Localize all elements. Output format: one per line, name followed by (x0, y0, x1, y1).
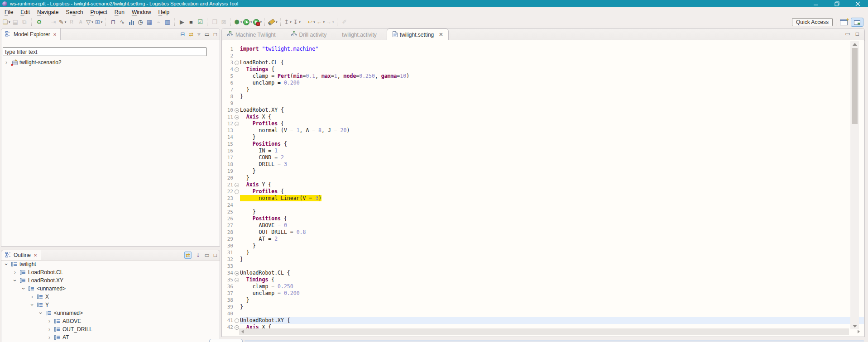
close-window-button[interactable]: ⊠ (220, 18, 228, 26)
back-button[interactable]: ←▾ (317, 18, 325, 26)
code-line[interactable]: 23 normal Linear(V = 3) (222, 195, 864, 202)
chevron-collapsed-icon[interactable]: › (13, 270, 17, 275)
collapse-fold-icon[interactable] (235, 122, 239, 126)
code-editor[interactable]: 1import "twilight.machine"2 3LoadRobot.C… (222, 40, 864, 336)
collapse-fold-icon[interactable] (235, 190, 239, 194)
code-line[interactable]: 5 clamp = Pert(min=0.1, max=1, mode=0.25… (222, 73, 864, 80)
signal-chart-button[interactable]: ∿ (118, 18, 126, 26)
restore-button[interactable] (826, 0, 847, 7)
code-line[interactable]: 38 } (222, 297, 864, 304)
menu-project[interactable]: Project (86, 8, 110, 17)
link-with-editor-button[interactable]: ⇄ (184, 252, 192, 259)
tree-item--unnamed-[interactable]: ›<unnamed> (1, 309, 220, 317)
code-line[interactable]: 8} (222, 93, 864, 100)
open-perspective-button[interactable] (840, 19, 848, 25)
stop-button[interactable]: ■ (187, 18, 195, 26)
code-line[interactable]: 15 Positions { (222, 141, 864, 147)
code-line[interactable]: 11 Axis X { (222, 114, 864, 120)
chevron-expanded-icon[interactable]: › (38, 311, 43, 315)
fold-marker[interactable] (233, 66, 240, 73)
fold-marker[interactable] (233, 59, 240, 66)
code-line[interactable]: 31 } (222, 249, 864, 256)
tree-item-loadrobot-xy[interactable]: ›LoadRobot.XY (1, 276, 220, 285)
view-menu-button[interactable]: ▽ (197, 31, 200, 38)
fold-marker[interactable] (233, 114, 240, 120)
collapse-fold-icon[interactable] (235, 183, 239, 187)
code-line[interactable]: 37 unclamp = 0.200 (222, 290, 864, 297)
code-line[interactable]: 13 normal (V = 1, A = 8, J = 20) (222, 127, 864, 134)
code-line[interactable]: 3LoadRobot.CL { (222, 59, 864, 66)
code-line[interactable]: 2 (222, 52, 864, 59)
collapse-fold-icon[interactable] (235, 325, 239, 330)
table-view-button[interactable]: ⊞▾ (95, 18, 103, 26)
bottom-panel-tab[interactable] (209, 339, 243, 342)
tree-item--unnamed-[interactable]: ›<unnamed> (1, 285, 220, 293)
bar-chart-button[interactable] (127, 18, 135, 26)
maximize-view-button[interactable]: □ (214, 252, 217, 258)
fold-marker[interactable] (233, 107, 240, 114)
menu-edit[interactable]: Edit (17, 8, 34, 17)
code-line[interactable]: 1import "twilight.machine" (222, 46, 864, 52)
collapse-fold-icon[interactable] (235, 278, 239, 282)
tree-item-x[interactable]: ›X (1, 293, 220, 301)
maximize-view-button[interactable]: □ (214, 31, 217, 38)
run-simulation-button[interactable]: ▶ (178, 18, 186, 26)
collapse-fold-icon[interactable] (235, 271, 239, 276)
edit-config-button[interactable]: ☑ (196, 18, 204, 26)
fold-marker[interactable] (233, 181, 240, 188)
code-line[interactable]: 28 OUT_DRILL = 0.8 (222, 229, 864, 236)
close-icon[interactable]: × (34, 252, 37, 258)
menu-navigate[interactable]: Navigate (34, 8, 62, 17)
code-line[interactable]: 24 (222, 202, 864, 209)
minimize-view-button[interactable]: ▭ (204, 252, 209, 258)
code-line[interactable]: 6 unclamp = 0.200 (222, 80, 864, 86)
fold-marker[interactable] (233, 188, 240, 195)
refresh-model-button[interactable]: ♻ (35, 18, 43, 26)
collapse-fold-icon[interactable] (235, 115, 239, 119)
tree-item-twilight-scenario2[interactable]: ›twilight-scenario2 (1, 58, 220, 66)
editor-tab-machine-twilight[interactable]: Machine Twilight (222, 29, 281, 40)
tree-item-out-drill[interactable]: ›OUT_DRILL (1, 325, 220, 333)
schedule-check-button[interactable]: ◷ (136, 18, 144, 26)
close-button[interactable] (847, 0, 868, 7)
code-line[interactable]: 25 } (222, 209, 864, 215)
skip-breakpoints-button[interactable]: ⇥ (49, 18, 58, 26)
code-line[interactable]: 17 COND = 2 (222, 154, 864, 161)
tree-item-above[interactable]: ›ABOVE (1, 317, 220, 325)
code-line[interactable]: 39} (222, 304, 864, 310)
scroll-down-icon[interactable] (853, 325, 857, 328)
code-line[interactable]: 20 } (222, 175, 864, 181)
chevron-expanded-icon[interactable]: › (30, 303, 34, 307)
forward-button[interactable]: →▾ (326, 18, 334, 26)
chevron-collapsed-icon[interactable]: › (47, 335, 52, 340)
filter-input[interactable] (3, 48, 206, 56)
horizontal-scrollbar[interactable] (239, 328, 849, 335)
chevron-collapsed-icon[interactable]: › (47, 327, 52, 332)
code-line[interactable]: 22 Profiles { (222, 188, 864, 195)
modeling-perspective-button[interactable] (851, 18, 863, 27)
code-line[interactable]: 29 AT = 2 (222, 236, 864, 242)
code-line[interactable]: 41UnloadRobot.XY { (222, 317, 864, 324)
code-line[interactable]: 40 (222, 310, 864, 317)
modules-compare-button[interactable]: ▥ (163, 18, 172, 26)
fold-marker[interactable] (233, 317, 240, 324)
tree-item-at[interactable]: ›AT (1, 333, 220, 342)
tree-item-twilight[interactable]: ›twilight (1, 260, 220, 268)
code-line[interactable]: 27 ABOVE = 0 (222, 222, 864, 229)
coverage-button[interactable]: ▾ (253, 18, 262, 26)
collapse-fold-icon[interactable] (235, 108, 239, 113)
minimize-view-icon[interactable]: ▭ (845, 31, 850, 37)
code-line[interactable]: 36 clamp = 0.250 (222, 283, 864, 290)
code-line[interactable]: 9 (222, 100, 864, 107)
menu-help[interactable]: Help (155, 8, 173, 17)
filter-button[interactable]: ▽▾ (86, 18, 94, 26)
open-new-window-button[interactable]: ❒ (211, 18, 219, 26)
editor-tab-twilight-setting[interactable]: twilight.setting✕ (387, 28, 449, 41)
rename-refactor-button[interactable]: R (67, 18, 76, 26)
chevron-expanded-icon[interactable]: › (21, 286, 26, 291)
code-line[interactable]: 18 DRILL = 3 (222, 161, 864, 168)
collapse-fold-icon[interactable] (235, 61, 239, 65)
collapse-all-button[interactable]: ⊟ (180, 31, 185, 38)
collapse-fold-icon[interactable] (235, 318, 239, 323)
back-history-button[interactable]: ↩▾ (307, 18, 316, 26)
